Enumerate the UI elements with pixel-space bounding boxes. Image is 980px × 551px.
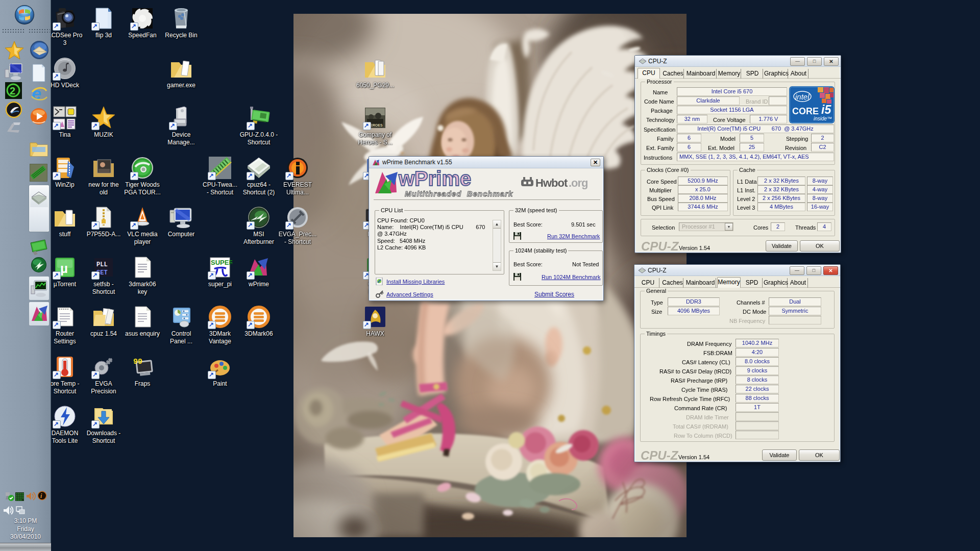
svg-text:inside™: inside™ bbox=[814, 116, 832, 121]
svg-text:PLL: PLL bbox=[96, 261, 108, 268]
svg-text:2: 2 bbox=[10, 85, 15, 96]
svg-text:99: 99 bbox=[133, 358, 142, 366]
svg-text:Hwbot: Hwbot bbox=[535, 177, 568, 189]
svg-text:.org: .org bbox=[569, 177, 588, 189]
svg-text:CORE: CORE bbox=[792, 106, 819, 116]
svg-text:µ: µ bbox=[60, 261, 68, 276]
svg-text:SUPER: SUPER bbox=[211, 259, 232, 266]
svg-text:intel: intel bbox=[795, 92, 810, 101]
svg-text:i5: i5 bbox=[821, 103, 831, 116]
